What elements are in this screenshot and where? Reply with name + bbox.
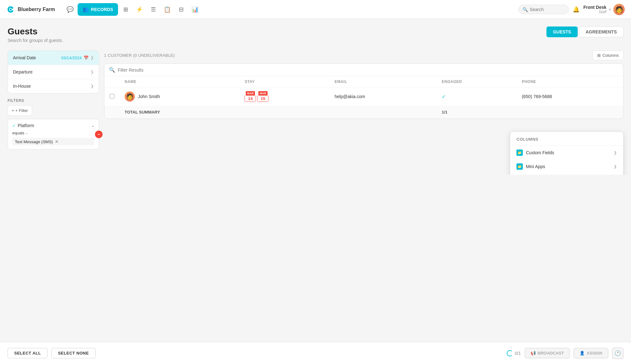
mini-apps-chevron: ❯ xyxy=(614,164,617,169)
name-cell: 🧑 John Smith xyxy=(125,91,234,102)
stay-badges: MAR 14 MAR 15 xyxy=(245,91,324,102)
departure-badge: MAR 15 xyxy=(257,91,268,102)
inhouse-chevron: ❯ xyxy=(91,84,94,88)
search-input[interactable] xyxy=(530,7,565,12)
mini-apps-folder-icon: 📁 xyxy=(516,163,523,170)
custom-fields-folder-icon: 📁 xyxy=(516,150,523,156)
guests-table: NAME STAY EMAIL ENGAGED PHONE xyxy=(104,76,623,119)
mini-apps-folder-left: 📁 Mini Apps xyxy=(516,163,545,170)
departure-chevron: ❯ xyxy=(91,70,94,74)
bell-icon[interactable]: 🔔 xyxy=(573,6,580,13)
search-box[interactable]: 🔍 xyxy=(518,5,569,14)
nav-right: 🔍 🔔 Front Desk Staff ▾ 🧑 xyxy=(518,4,625,15)
content-area: Arrival Date 03/14/2024 📅 ❯ Departure ❯ … xyxy=(8,50,623,150)
table-header-bar: 1 CUSTOMER (0 UNDELIVERABLE) ⊞ Columns xyxy=(104,50,623,60)
logo-area[interactable]: Blueberry Farm xyxy=(6,5,55,14)
plus-icon: + xyxy=(12,108,14,113)
mini-apps-folder[interactable]: 📁 Mini Apps ❯ xyxy=(510,160,623,173)
arrival-date-value: 03/14/2024 📅 ❯ xyxy=(61,56,94,60)
filter-results-input[interactable] xyxy=(118,68,619,73)
nav-automation[interactable]: ⚡ xyxy=(133,3,146,16)
nav-table[interactable]: ⊟ xyxy=(175,3,187,16)
nav-icons: 💬 👥 RECORDS ⊞ ⚡ ☰ 📋 ⊟ 📊 xyxy=(64,3,513,16)
nav-chat[interactable]: 💬 xyxy=(64,3,76,16)
th-email: EMAIL xyxy=(329,76,437,87)
filters-section: FILTERS + + Filter ✓ Platform ⌄ equals ⌄ xyxy=(8,98,99,150)
custom-fields-label: Custom Fields xyxy=(526,150,554,155)
th-engaged: ENGAGED xyxy=(437,76,517,87)
custom-fields-folder-left: 📁 Custom Fields xyxy=(516,150,554,156)
filter-expand-icon: ⌄ xyxy=(91,123,94,128)
mini-apps-label: Mini Apps xyxy=(526,164,545,169)
search-icon: 🔍 xyxy=(522,7,528,12)
custom-fields-folder[interactable]: 📁 Custom Fields ❯ xyxy=(510,146,623,160)
tab-agreements[interactable]: AGREEMENTS xyxy=(579,26,623,37)
custom-fields-chevron: ❯ xyxy=(614,150,617,155)
row-phone: (650) 769-5688 xyxy=(517,87,623,106)
summary-label: TOTAL SUMMARY xyxy=(120,106,239,119)
columns-button[interactable]: ⊞ Columns xyxy=(593,50,623,60)
arrival-date-label: Arrival Date xyxy=(13,55,36,60)
logo-icon xyxy=(6,5,15,14)
top-navigation: Blueberry Farm 💬 👥 RECORDS ⊞ ⚡ ☰ 📋 ⊟ 📊 🔍… xyxy=(0,0,631,19)
remove-filter-button[interactable]: − xyxy=(95,131,103,138)
arrival-month: MAR xyxy=(246,91,255,96)
arrival-day: 14 xyxy=(245,96,256,102)
arrival-chevron: ❯ xyxy=(91,56,94,60)
user-role: Staff xyxy=(583,10,606,14)
inhouse-filter[interactable]: In-House ❯ xyxy=(8,79,99,93)
remove-value-icon[interactable]: ✕ xyxy=(55,139,59,144)
tab-guests[interactable]: GUESTS xyxy=(546,26,578,37)
user-dropdown-icon: ▾ xyxy=(609,7,611,12)
summary-engaged: 1/1 xyxy=(437,106,517,119)
th-phone: PHONE xyxy=(517,76,623,87)
page-header: Guests Search for groups of guests. GUES… xyxy=(8,26,623,43)
departure-month: MAR xyxy=(258,91,268,96)
summary-stay xyxy=(239,106,329,119)
th-checkbox xyxy=(104,76,120,87)
arrival-date-filter[interactable]: Arrival Date 03/14/2024 📅 ❯ xyxy=(8,51,99,65)
nav-records[interactable]: 👥 RECORDS xyxy=(78,3,118,16)
summary-row: TOTAL SUMMARY 1/1 xyxy=(104,106,623,119)
engaged-check-icon: ✓ xyxy=(442,94,446,99)
filter-operator[interactable]: equals ⌄ xyxy=(12,131,94,135)
filter-icon: 🔍 xyxy=(109,67,115,73)
row-checkbox[interactable] xyxy=(109,94,115,99)
row-checkbox-cell[interactable] xyxy=(104,87,120,106)
nav-charts[interactable]: 📊 xyxy=(189,3,201,16)
row-stay: MAR 14 MAR 15 xyxy=(239,87,329,106)
scheduled-messages-folder[interactable]: 📁 Scheduled Messages ❯ xyxy=(510,173,623,175)
nav-tasks[interactable]: ☰ xyxy=(147,3,160,16)
nav-docs[interactable]: 📋 xyxy=(161,3,174,16)
app-name: Blueberry Farm xyxy=(18,7,55,12)
nav-apps[interactable]: ⊞ xyxy=(119,3,132,16)
filter-field-name: Platform xyxy=(18,123,34,128)
filter-check-icon: ✓ xyxy=(12,123,16,128)
page-title-area: Guests Search for groups of guests. xyxy=(8,26,63,43)
summary-checkbox xyxy=(104,106,120,119)
table-header-row: NAME STAY EMAIL ENGAGED PHONE xyxy=(104,76,623,87)
active-filter-card: ✓ Platform ⌄ equals ⌄ Text Message (SMS)… xyxy=(8,119,99,150)
left-sidebar: Arrival Date 03/14/2024 📅 ❯ Departure ❯ … xyxy=(8,50,99,150)
operator-chevron: ⌄ xyxy=(26,131,28,135)
summary-email xyxy=(329,106,437,119)
table-row[interactable]: 🧑 John Smith MAR 14 xyxy=(104,87,623,106)
page-title: Guests xyxy=(8,26,63,37)
inhouse-label: In-House xyxy=(13,84,31,89)
departure-filter[interactable]: Departure ❯ xyxy=(8,65,99,79)
filter-input-row: 🔍 xyxy=(104,64,623,76)
row-name: 🧑 John Smith xyxy=(120,87,239,106)
table-container: 🔍 NAME STAY EMAIL ENGAGED PHONE xyxy=(104,63,623,119)
summary-phone xyxy=(517,106,623,119)
avatar: 🧑 xyxy=(613,4,625,15)
add-filter-button[interactable]: + + Filter xyxy=(8,105,32,116)
th-name: NAME xyxy=(120,76,239,87)
arrival-badge: MAR 14 xyxy=(245,91,256,102)
columns-panel-header: COLUMNS xyxy=(510,132,623,146)
svg-point-0 xyxy=(10,9,12,10)
user-name: Front Desk xyxy=(583,5,606,10)
row-email: help@akia.com xyxy=(329,87,437,106)
filter-value-chip: Text Message (SMS) ✕ xyxy=(12,138,94,145)
guest-avatar: 🧑 xyxy=(125,91,135,102)
user-area[interactable]: Front Desk Staff ▾ 🧑 xyxy=(583,4,625,15)
